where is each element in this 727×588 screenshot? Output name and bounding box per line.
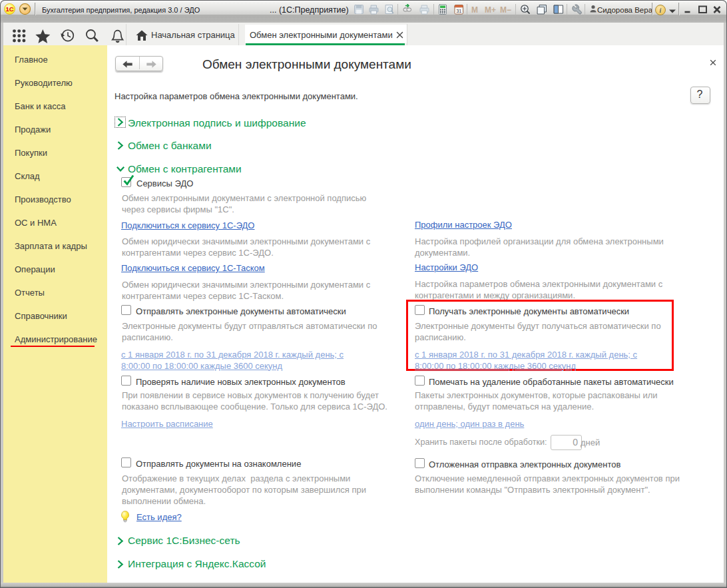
svg-text:1С: 1С [5, 5, 13, 13]
svg-text:M−: M− [500, 5, 511, 15]
svg-text:M+: M+ [485, 5, 496, 15]
svg-text:M: M [471, 5, 478, 15]
svg-text:31: 31 [456, 8, 461, 14]
svg-text:i: i [660, 7, 662, 14]
